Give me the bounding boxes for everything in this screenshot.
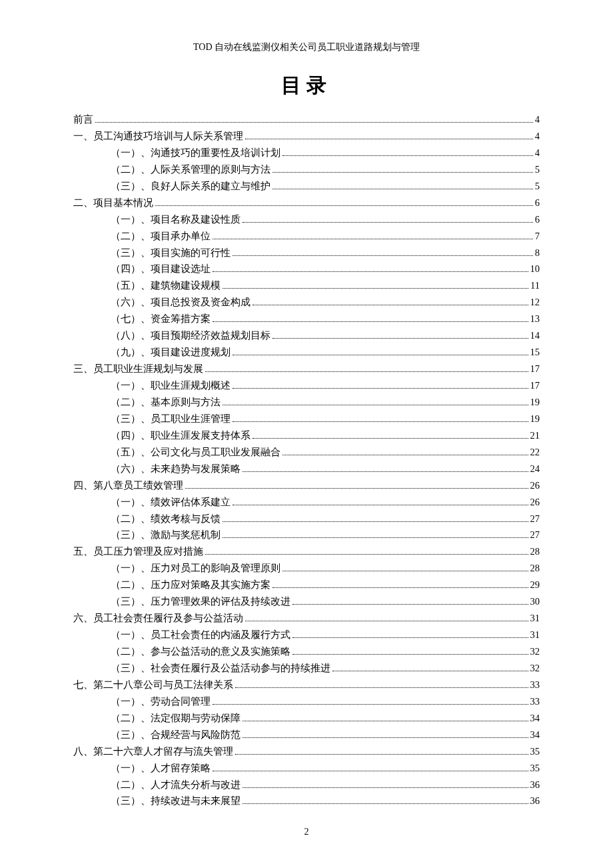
toc-entry-label: （六）、项目总投资及资金构成: [111, 294, 251, 311]
toc-entry-label: （二）、人才流失分析与改进: [111, 777, 241, 793]
toc-entry[interactable]: （二）、基本原则与方法19: [73, 394, 540, 411]
toc-entry[interactable]: （一）、员工社会责任的内涵及履行方式31: [73, 627, 540, 643]
toc-entry-page: 4: [535, 145, 540, 161]
toc-entry-label: （二）、压力应对策略及其实施方案: [111, 577, 271, 593]
toc-entry[interactable]: （二）、人际关系管理的原则与方法5: [73, 161, 540, 178]
toc-entry[interactable]: 前言4: [73, 111, 540, 128]
toc-entry[interactable]: （一）、沟通技巧的重要性及培训计划4: [73, 145, 540, 161]
toc-entry[interactable]: （三）、社会责任履行及公益活动参与的持续推进32: [73, 660, 540, 677]
toc-dot-leader: [293, 648, 528, 655]
toc-entry-label: 一、员工沟通技巧培训与人际关系管理: [73, 128, 243, 145]
toc-entry-page: 15: [530, 344, 540, 361]
toc-entry[interactable]: （一）、劳动合同管理33: [73, 693, 540, 710]
toc-entry-label: （二）、绩效考核与反馈: [111, 511, 221, 527]
toc-entry[interactable]: （一）、人才留存策略35: [73, 760, 540, 777]
toc-entry[interactable]: （三）、激励与奖惩机制27: [73, 527, 540, 543]
toc-title: 目录: [73, 72, 540, 99]
table-of-contents: 前言4一、员工沟通技巧培训与人际关系管理4（一）、沟通技巧的重要性及培训计划4（…: [73, 111, 540, 809]
toc-entry-label: 八、第二十六章人才留存与流失管理: [73, 743, 233, 760]
toc-dot-leader: [293, 631, 528, 638]
toc-entry[interactable]: （一）、职业生涯规划概述17: [73, 377, 540, 394]
toc-dot-leader: [243, 216, 533, 223]
toc-entry[interactable]: （一）、绩效评估体系建立26: [73, 494, 540, 511]
toc-entry-page: 33: [530, 677, 540, 693]
toc-entry-label: 前言: [73, 111, 93, 128]
toc-entry[interactable]: 四、第八章员工绩效管理26: [73, 477, 540, 494]
toc-entry-label: 六、员工社会责任履行及参与公益活动: [73, 610, 243, 627]
toc-entry[interactable]: （七）、资金筹措方案13: [73, 311, 540, 327]
toc-entry[interactable]: 二、项目基本情况6: [73, 195, 540, 211]
toc-entry[interactable]: （二）、项目承办单位7: [73, 228, 540, 245]
toc-entry[interactable]: （二）、人才流失分析与改进36: [73, 777, 540, 793]
toc-entry[interactable]: （二）、压力应对策略及其实施方案29: [73, 577, 540, 593]
toc-entry[interactable]: （三）、持续改进与未来展望36: [73, 793, 540, 809]
toc-entry-label: 七、第二十八章公司与员工法律关系: [73, 677, 233, 693]
toc-entry[interactable]: （四）、项目建设选址10: [73, 261, 540, 277]
toc-entry-page: 17: [530, 377, 540, 394]
toc-entry-label: （二）、法定假期与劳动保障: [111, 710, 241, 727]
toc-dot-leader: [273, 333, 528, 339]
toc-entry-label: （三）、合规经营与风险防范: [111, 727, 241, 743]
toc-entry-page: 35: [530, 760, 540, 777]
toc-dot-leader: [243, 731, 528, 738]
toc-entry-page: 4: [535, 111, 540, 128]
toc-entry[interactable]: （八）、项目预期经济效益规划目标14: [73, 327, 540, 344]
toc-entry[interactable]: （三）、员工职业生涯管理19: [73, 411, 540, 427]
toc-entry-page: 14: [530, 327, 540, 344]
toc-entry-page: 27: [530, 527, 540, 543]
toc-entry[interactable]: （一）、压力对员工的影响及管理原则28: [73, 560, 540, 577]
toc-entry[interactable]: 六、员工社会责任履行及参与公益活动31: [73, 610, 540, 627]
toc-dot-leader: [273, 183, 533, 189]
toc-entry-label: （六）、未来趋势与发展策略: [111, 461, 241, 477]
document-header: TOD 自动在线监测仪相关公司员工职业道路规划与管理: [73, 41, 540, 53]
toc-dot-leader: [223, 283, 528, 289]
toc-entry[interactable]: （一）、项目名称及建设性质6: [73, 211, 540, 228]
toc-entry-label: （一）、员工社会责任的内涵及履行方式: [111, 627, 291, 643]
toc-entry-label: （三）、项目实施的可行性: [111, 245, 231, 261]
toc-entry-label: （九）、项目建设进度规划: [111, 344, 231, 361]
toc-entry-page: 32: [530, 660, 540, 677]
toc-entry-page: 5: [535, 178, 540, 195]
toc-entry[interactable]: 八、第二十六章人才留存与流失管理35: [73, 743, 540, 760]
toc-dot-leader: [233, 415, 528, 422]
toc-entry-label: （七）、资金筹措方案: [111, 311, 211, 327]
toc-dot-leader: [223, 532, 528, 539]
toc-dot-leader: [253, 299, 528, 306]
toc-entry[interactable]: 七、第二十八章公司与员工法律关系33: [73, 677, 540, 693]
toc-entry[interactable]: （四）、职业生涯发展支持体系21: [73, 427, 540, 444]
toc-entry[interactable]: （二）、参与公益活动的意义及实施策略32: [73, 643, 540, 660]
toc-entry-page: 19: [530, 411, 540, 427]
toc-dot-leader: [223, 399, 528, 405]
toc-dot-leader: [213, 266, 528, 273]
toc-dot-leader: [233, 499, 528, 505]
toc-entry-label: （一）、职业生涯规划概述: [111, 377, 231, 394]
toc-entry[interactable]: （六）、项目总投资及资金构成12: [73, 294, 540, 311]
toc-entry-label: （五）、公司文化与员工职业发展融合: [111, 444, 281, 461]
toc-entry-page: 27: [530, 511, 540, 527]
toc-entry-page: 31: [530, 627, 540, 643]
toc-entry[interactable]: （二）、法定假期与劳动保障34: [73, 710, 540, 727]
toc-entry[interactable]: （五）、公司文化与员工职业发展融合22: [73, 444, 540, 461]
toc-dot-leader: [273, 166, 533, 173]
toc-entry-page: 22: [530, 444, 540, 461]
toc-entry[interactable]: （六）、未来趋势与发展策略24: [73, 461, 540, 477]
toc-entry[interactable]: （三）、压力管理效果的评估及持续改进30: [73, 593, 540, 610]
toc-entry[interactable]: 五、员工压力管理及应对措施28: [73, 543, 540, 560]
toc-entry[interactable]: （九）、项目建设进度规划15: [73, 344, 540, 361]
toc-entry-page: 6: [535, 211, 540, 228]
toc-entry[interactable]: （三）、项目实施的可行性8: [73, 245, 540, 261]
toc-entry[interactable]: 三、员工职业生涯规划与发展17: [73, 361, 540, 377]
toc-entry-page: 7: [535, 228, 540, 245]
toc-entry-page: 31: [530, 610, 540, 627]
toc-dot-leader: [243, 798, 528, 805]
toc-entry-page: 26: [530, 494, 540, 511]
toc-entry[interactable]: （五）、建筑物建设规模11: [73, 277, 540, 294]
toc-entry-page: 10: [530, 261, 540, 277]
toc-dot-leader: [235, 748, 528, 755]
toc-entry[interactable]: （三）、合规经营与风险防范34: [73, 727, 540, 743]
toc-entry[interactable]: （三）、良好人际关系的建立与维护5: [73, 178, 540, 195]
toc-entry[interactable]: 一、员工沟通技巧培训与人际关系管理4: [73, 128, 540, 145]
toc-dot-leader: [205, 549, 528, 555]
toc-entry[interactable]: （二）、绩效考核与反馈27: [73, 511, 540, 527]
toc-entry-label: 五、员工压力管理及应对措施: [73, 543, 203, 560]
